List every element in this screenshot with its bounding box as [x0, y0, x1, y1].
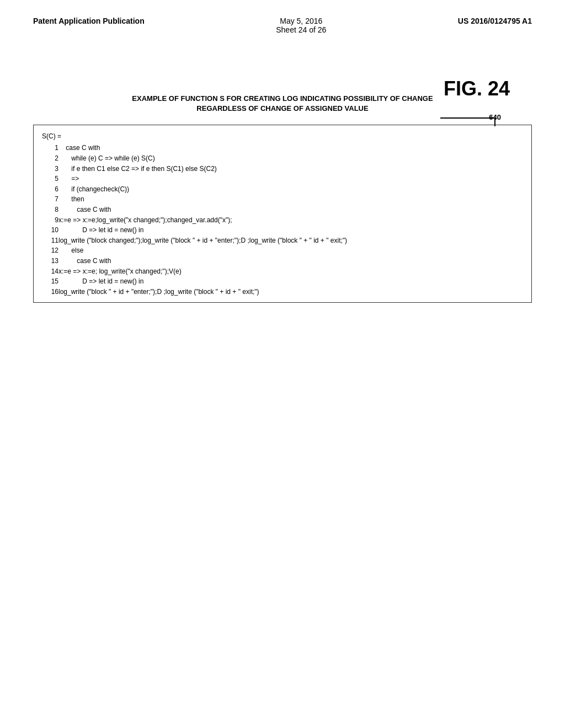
table-row: 14 x:=e => x:=e; log_write("x changed;")… [42, 266, 523, 277]
page: Patent Application Publication May 5, 20… [0, 0, 565, 728]
table-row: 12 else [42, 245, 523, 256]
table-row: 16 log_write ("block " + id + "enter;");… [42, 287, 523, 297]
line-num: 14 [42, 266, 58, 277]
code-box: 640 S(C) = 1 case C with 2 while [33, 125, 532, 303]
main-content: EXAMPLE OF FUNCTION S FOR CREATING LOG I… [33, 72, 532, 695]
line-num: 1 [42, 143, 58, 153]
publication-label: Patent Application Publication [33, 17, 145, 25]
table-row: 15 D => let id = new() in [42, 276, 523, 287]
table-row: 1 case C with [42, 143, 523, 153]
line-num: 10 [42, 225, 58, 235]
bracket-vertical [494, 117, 495, 126]
table-row: 7 then [42, 194, 523, 205]
line-num: 9 [42, 215, 58, 226]
title-block: EXAMPLE OF FUNCTION S FOR CREATING LOG I… [33, 94, 532, 114]
table-row: 11 log_write ("block changed;");log_writ… [42, 235, 523, 246]
line-num: 6 [42, 184, 58, 195]
code-line: if e then C1 else C2 => if e then S(C1) … [58, 164, 523, 174]
publication-date: May 5, 2016 [280, 17, 322, 25]
line-num: 13 [42, 256, 58, 266]
code-line: x:=e => x:=e;log_write("x changed;");cha… [58, 215, 523, 226]
table-row: 5 => [42, 174, 523, 184]
code-line: x:=e => x:=e; log_write("x changed;");V(… [58, 266, 523, 277]
table-row: 13 case C with [42, 256, 523, 266]
code-line: if (changecheck(C)) [58, 184, 523, 195]
header: Patent Application Publication May 5, 20… [0, 0, 565, 34]
code-line: log_write ("block changed;");log_write (… [58, 235, 523, 246]
code-line: case C with [58, 256, 523, 266]
line-num: 16 [42, 287, 58, 297]
table-row: 2 while (e) C => while (e) S(C) [42, 153, 523, 164]
table-row: 10 D => let id = new() in [42, 225, 523, 235]
line-num: 8 [42, 205, 58, 215]
code-line: then [58, 194, 523, 205]
header-center: May 5, 2016 Sheet 24 of 26 [276, 17, 326, 34]
line-num: 12 [42, 245, 58, 256]
code-line: log_write ("block " + id + "enter;");D ;… [58, 287, 523, 297]
code-line: D => let id = new() in [58, 276, 523, 287]
line-num: 11 [42, 235, 58, 246]
code-line: else [58, 245, 523, 256]
sheet-info: Sheet 24 of 26 [276, 25, 326, 34]
code-line: => [58, 174, 523, 184]
line-num: 15 [42, 276, 58, 287]
patent-number: US 2016/0124795 A1 [458, 17, 532, 25]
line-num: 5 [42, 174, 58, 184]
table-row: 8 case C with [42, 205, 523, 215]
table-row: 3 if e then C1 else C2 => if e then S(C1… [42, 164, 523, 174]
bracket-horizontal [440, 117, 495, 119]
code-line: case C with [58, 143, 523, 153]
title-line1: EXAMPLE OF FUNCTION S FOR CREATING LOG I… [33, 94, 532, 104]
code-line: D => let id = new() in [58, 225, 523, 235]
table-row: 6 if (changecheck(C)) [42, 184, 523, 195]
title-line2: REGARDLESS OF CHANGE OF ASSIGNED VALUE [33, 104, 532, 114]
sc-text: S(C) = [42, 132, 61, 140]
sc-line: S(C) = [42, 131, 523, 141]
code-line: case C with [58, 205, 523, 215]
line-num: 3 [42, 164, 58, 174]
code-table: 1 case C with 2 while (e) C => while (e)… [42, 143, 523, 297]
table-row: 9 x:=e => x:=e;log_write("x changed;");c… [42, 215, 523, 226]
line-num: 7 [42, 194, 58, 205]
line-num: 2 [42, 153, 58, 164]
code-line: while (e) C => while (e) S(C) [58, 153, 523, 164]
